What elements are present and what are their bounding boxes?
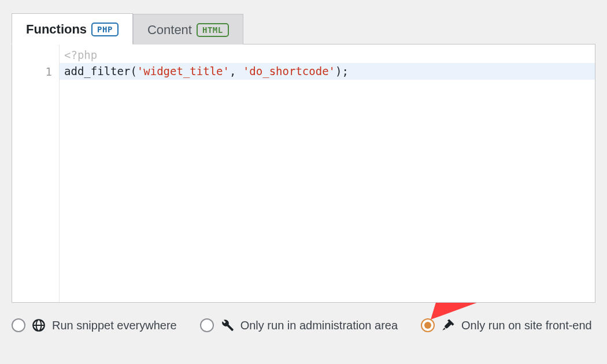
wrench-icon <box>220 318 235 333</box>
token-comma: , <box>230 65 243 77</box>
option-run-admin-label: Only run in administration area <box>240 319 398 332</box>
run-options: Run snippet everywhere Only run in admin… <box>12 303 595 333</box>
globe-icon <box>31 318 46 333</box>
tab-content[interactable]: Content HTML <box>133 14 243 44</box>
option-run-admin[interactable]: Only run in administration area <box>200 318 398 333</box>
radio-run-frontend[interactable] <box>421 318 435 332</box>
radio-run-everywhere[interactable] <box>12 318 25 332</box>
token-string-2: 'do_shortcode' <box>243 65 335 77</box>
option-run-frontend-label: Only run on site front-end <box>461 319 592 332</box>
php-opening-tag: <?php <box>60 47 595 63</box>
editor-tabs: Functions PHP Content HTML <box>12 0 595 44</box>
token-close: ); <box>335 65 349 77</box>
tab-content-badge: HTML <box>197 23 229 37</box>
token-function: add_filter <box>64 65 130 77</box>
line-number: 1 <box>12 63 52 80</box>
code-area[interactable]: <?php add_filter('widget_title', 'do_sho… <box>60 44 595 302</box>
tab-functions-label: Functions <box>26 22 87 37</box>
code-line-1: add_filter('widget_title', 'do_shortcode… <box>60 63 595 80</box>
radio-run-admin[interactable] <box>200 318 214 332</box>
option-run-everywhere[interactable]: Run snippet everywhere <box>12 318 177 333</box>
option-run-frontend[interactable]: Only run on site front-end <box>421 318 592 333</box>
option-run-everywhere-label: Run snippet everywhere <box>52 319 177 332</box>
tab-functions[interactable]: Functions PHP <box>12 13 133 44</box>
hammer-brush-icon <box>441 318 456 333</box>
token-open-paren: ( <box>130 65 136 77</box>
editor-gutter: 1 <box>12 44 60 302</box>
tab-functions-badge: PHP <box>91 23 119 36</box>
code-editor[interactable]: 1 <?php add_filter('widget_title', 'do_s… <box>12 44 595 303</box>
token-string-1: 'widget_title' <box>137 65 230 77</box>
tab-content-label: Content <box>147 23 192 38</box>
